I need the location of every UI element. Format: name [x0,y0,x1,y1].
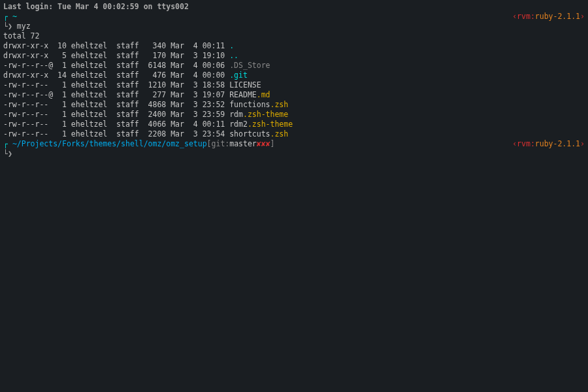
git-dirty-icon: ✘✘✘ [257,139,270,149]
ls-row: -rw-r--r-- 1 eheltzel staff 2400 Mar 3 2… [3,110,585,120]
typed-command: myz [17,22,31,31]
rvm-version: ruby-2.1.1 [535,139,580,148]
ls-row: -rw-r--r--@ 1 eheltzel staff 6148 Mar 4 … [3,61,585,71]
rvm-indicator: ‹rvm:ruby-2.1.1› [512,139,585,149]
git-open-bracket: [ [207,139,212,149]
ls-row: drwxr-xr-x 10 eheltzel staff 340 Mar 4 0… [3,41,585,51]
login-message: Last login: Tue Mar 4 00:02:59 on ttys00… [3,2,585,12]
ls-total: total 72 [3,31,585,41]
prompt-corner-icon: ┌ [3,12,8,22]
ls-row: -rw-r--r-- 1 eheltzel staff 2208 Mar 3 2… [3,129,585,139]
prompt-row-2: ┌ ~/Projects/Forks/themes/shell/omz/omz_… [3,139,585,149]
prompt-corner-icon: ┌ [3,139,8,149]
ls-row: drwxr-xr-x 5 eheltzel staff 170 Mar 3 19… [3,51,585,61]
command-line-2[interactable]: └❯ [3,149,585,159]
ls-row: -rw-r--r-- 1 eheltzel staff 1210 Mar 3 1… [3,80,585,90]
file-name: .DS_Store [229,61,270,70]
terminal-window[interactable]: Last login: Tue Mar 4 00:02:59 on ttys00… [0,0,588,161]
git-label: git: [212,139,230,149]
file-name: .git [229,71,248,80]
file-name: rdm2 [229,120,248,129]
prompt-arrow-icon: └❯ [3,22,12,31]
file-name: functions [229,100,270,109]
file-name: rdm [229,110,243,119]
rvm-version: ruby-2.1.1 [535,12,580,21]
git-close-bracket: ] [270,139,275,149]
file-name: README [229,90,257,99]
ls-row: -rw-r--r-- 1 eheltzel staff 4868 Mar 3 2… [3,100,585,110]
ls-row: drwxr-xr-x 14 eheltzel staff 476 Mar 4 0… [3,71,585,80]
file-ext: .zsh-theme [248,120,293,129]
ls-row: -rw-r--r-- 1 eheltzel staff 4066 Mar 4 0… [3,120,585,129]
rvm-label: rvm: [517,139,535,148]
file-name: . [229,41,234,50]
ls-row: -rw-r--r--@ 1 eheltzel staff 277 Mar 3 1… [3,90,585,100]
cwd-path: ~/Projects/Forks/themes/shell/omz/omz_se… [12,139,207,149]
git-branch: master [229,139,257,149]
file-name: LICENSE [229,80,261,90]
rvm-close-bracket: › [580,12,585,21]
file-ext: .zsh [270,100,289,109]
prompt-arrow-icon: └❯ [3,149,12,158]
file-ext: .zsh [270,129,289,139]
rvm-indicator: ‹rvm:ruby-2.1.1› [512,12,585,22]
file-ext: .md [257,90,270,99]
file-name: shortcuts [229,129,270,139]
rvm-close-bracket: › [580,139,585,148]
rvm-label: rvm: [517,12,535,21]
file-name: .. [229,51,238,60]
prompt-row-1: ┌ ~ ‹rvm:ruby-2.1.1› [3,12,585,22]
command-line-1[interactable]: └❯ myz [3,22,585,31]
file-ext: .zsh-theme [243,110,288,119]
home-tilde: ~ [12,12,17,22]
